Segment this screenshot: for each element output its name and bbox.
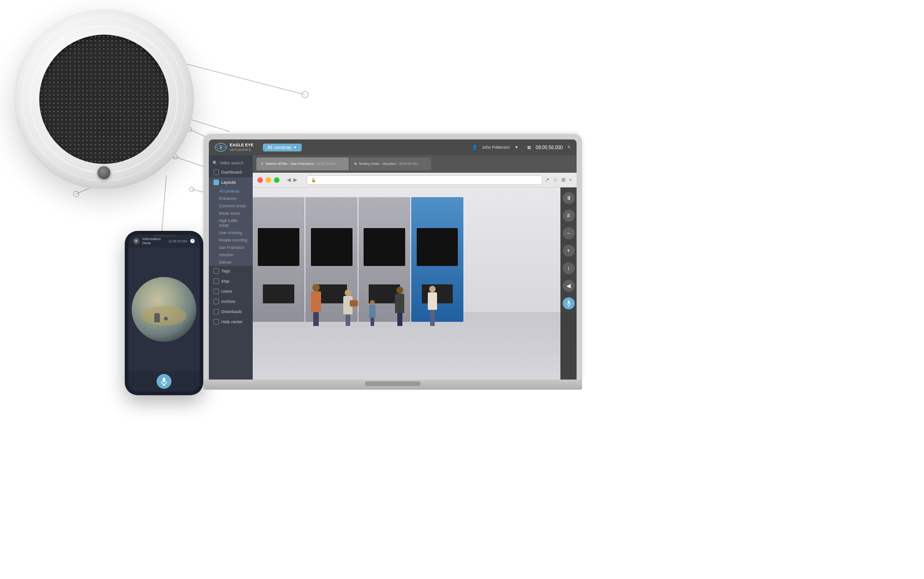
layout-subitem-denver[interactable]: Denver	[209, 259, 253, 266]
grid-icon[interactable]: ⊞	[561, 177, 565, 183]
eagle-eye-logo: EAGLE EYE NETWORKS	[214, 141, 254, 154]
sidebar-layouts-label: Layouts	[221, 180, 236, 185]
header-time: 08:05:56.000	[536, 145, 563, 150]
sidebar-help-label: Help center	[221, 320, 243, 324]
laptop-screen: EAGLE EYE NETWORKS All cameras ▼ 👤 John …	[209, 139, 577, 380]
camera-selector-label: All cameras	[267, 145, 292, 150]
phone-screen: ✕ Information Desk 12:36:25.543 🕐	[128, 235, 200, 392]
speaker-device	[14, 9, 203, 203]
sidebar-item-users[interactable]: Users	[209, 286, 253, 296]
pause-button[interactable]: ⏸	[563, 192, 575, 204]
laptop-bezel: EAGLE EYE NETWORKS All cameras ▼ 👤 John …	[203, 134, 582, 380]
lock-icon: 🔒	[311, 178, 316, 182]
add-tab-icon[interactable]: +	[569, 177, 572, 183]
search-label: Video search	[219, 161, 243, 165]
phone-notch	[152, 235, 176, 237]
video-viewer: ◀ ▶ 🔒 ↗ ☆ ⊞ +	[253, 173, 577, 380]
user-icon: 👤	[472, 145, 477, 150]
nav-forward-icon[interactable]: ▶	[293, 177, 297, 183]
browser-search-bar[interactable]: 🔒	[307, 175, 542, 185]
camera-tab-options-icon[interactable]: ⋮	[340, 161, 344, 166]
user-name: John Patterson	[482, 145, 510, 150]
camera-selector[interactable]: All cameras ▼	[263, 144, 302, 151]
video-controls-panel: ⏸ # − + ↕ ◀	[560, 187, 577, 380]
dashboard-icon	[213, 169, 219, 175]
layouts-icon	[213, 180, 219, 185]
camera-tab-notary-label: Notary Desk - Houston	[359, 162, 396, 166]
sidebar-map-label: Map	[221, 279, 230, 283]
atm-scene	[253, 187, 577, 380]
camera-strip: Interior ATMs - San Fransisco 08:05:56.0…	[253, 155, 577, 173]
phone-timestamp: 12:36:25.543	[168, 240, 187, 243]
chevron-down-icon: ▼	[515, 145, 519, 150]
sidebar-users-label: Users	[221, 289, 232, 294]
sidebar-item-map[interactable]: Map	[209, 276, 253, 286]
layout-subitem-break[interactable]: Break areas	[209, 210, 253, 217]
svg-rect-15	[163, 378, 165, 382]
sidebar-item-help[interactable]: Help center	[209, 317, 253, 327]
camera-tab-dot-2	[354, 163, 357, 165]
clock-icon: 🕐	[190, 239, 195, 243]
speaker-body	[14, 9, 194, 189]
phone-frame: ✕ Information Desk 12:36:25.543 🕐	[125, 231, 203, 395]
edit-icon[interactable]: ✎	[567, 145, 571, 150]
phone-device: ✕ Information Desk 12:36:25.543 🕐	[125, 231, 203, 395]
sidebar-item-tags[interactable]: Tags	[209, 266, 253, 276]
camera-tab-notary[interactable]: Notary Desk - Houston 08:05:56.000 ⋮	[350, 157, 431, 170]
phone-mic-button[interactable]	[157, 374, 171, 389]
camera-tab-options-icon-2[interactable]: ⋮	[422, 161, 426, 166]
phone-camera-title: Information Desk	[142, 237, 165, 245]
layout-subitem-high-traffic[interactable]: High traffic areas	[209, 217, 253, 229]
layout-icon: ▦	[527, 145, 531, 150]
mic-button[interactable]	[563, 297, 575, 309]
layout-subitem-entrances[interactable]: Entrances	[209, 195, 253, 202]
camera-tab-atm[interactable]: Interior ATMs - San Fransisco 08:05:56.0…	[256, 157, 349, 170]
camera-tab-atm-time: 08:05:56.000	[316, 162, 335, 165]
laptop-base	[203, 380, 582, 390]
layout-subitem-line-crossing[interactable]: Line crossing	[209, 229, 253, 236]
minimize-button[interactable]	[266, 177, 271, 183]
zoom-out-button[interactable]: −	[563, 227, 575, 239]
layout-subitem-san-francisco[interactable]: San Francisco	[209, 244, 253, 251]
camera-tab-dot	[261, 163, 263, 165]
sidebar-dashboard-label: Dashboard	[221, 170, 242, 175]
main-content: Interior ATMs - San Fransisco 08:05:56.0…	[253, 155, 577, 380]
layouts-subitems: All cameras Entrances Common areas Break…	[209, 187, 253, 266]
sidebar-item-dashboard[interactable]: Dashboard	[209, 167, 253, 177]
bookmark-icon[interactable]: ☆	[553, 177, 558, 183]
fullscreen-button[interactable]: #	[563, 210, 575, 222]
close-button[interactable]	[257, 177, 263, 183]
archive-icon	[213, 299, 219, 304]
maximize-button[interactable]	[274, 177, 280, 183]
back-button[interactable]: ◀	[563, 280, 575, 292]
nav-back-icon[interactable]: ◀	[287, 177, 291, 183]
sidebar-item-archive[interactable]: Archive	[209, 296, 253, 307]
camera-tab-notary-time: 08:05:56.000	[399, 162, 418, 165]
sidebar-item-downloads[interactable]: Downloads	[209, 307, 253, 317]
sidebar: 🔍 Video search Dashboard Layouts	[209, 155, 253, 380]
sidebar-search[interactable]: 🔍 Video search	[209, 159, 253, 167]
search-icon: 🔍	[213, 161, 218, 165]
ptz-button[interactable]: ↕	[563, 262, 575, 274]
layout-subitem-common[interactable]: Common areas	[209, 202, 253, 210]
layout-subitem-houston[interactable]: Houston	[209, 251, 253, 259]
app-body: 🔍 Video search Dashboard Layouts	[209, 155, 577, 380]
tags-icon	[213, 268, 219, 274]
header-right: 👤 John Patterson ▼ ▦ 08:05:56.000 ✎	[472, 145, 571, 150]
sidebar-item-layouts[interactable]: Layouts	[209, 177, 253, 187]
layout-subitem-all-cameras[interactable]: All cameras	[209, 187, 253, 195]
chevron-down-icon: ▼	[293, 145, 297, 150]
camera-tab-atm-label: Interior ATMs - San Fransisco	[266, 162, 314, 166]
phone-close-button[interactable]: ✕	[133, 238, 140, 244]
speaker-lens	[97, 166, 110, 179]
users-icon	[213, 289, 219, 294]
svg-rect-20	[568, 301, 570, 304]
mac-toolbar: ◀ ▶ 🔒 ↗ ☆ ⊞ +	[253, 173, 577, 187]
downloads-icon	[213, 309, 219, 314]
zoom-in-button[interactable]: +	[563, 245, 575, 257]
svg-point-7	[302, 91, 308, 98]
laptop-device: EAGLE EYE NETWORKS All cameras ▼ 👤 John …	[203, 134, 582, 390]
phone-camera-view	[128, 247, 200, 371]
layout-subitem-people-counting[interactable]: People counting	[209, 236, 253, 244]
share-icon[interactable]: ↗	[545, 177, 549, 183]
